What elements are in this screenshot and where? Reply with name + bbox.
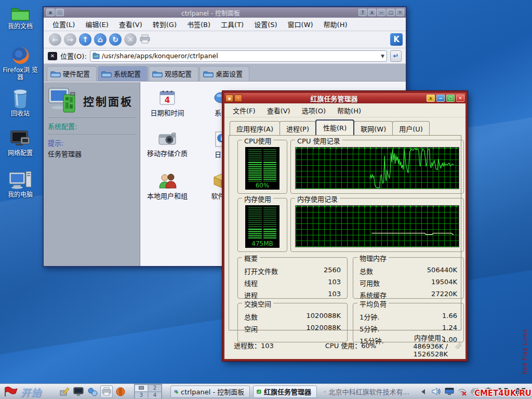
minimize-button[interactable]: − <box>436 95 445 102</box>
cpu-usage-meter: 60% <box>245 147 280 190</box>
sticky-icon[interactable]: ⁘ <box>56 9 64 16</box>
sticky-icon[interactable]: ⁘ <box>234 95 242 102</box>
stat-row: 1分钟.1.66 <box>360 311 457 323</box>
maximize-button[interactable]: ▢ <box>446 95 455 102</box>
sidebar-hint-text: 任务管理器 <box>48 149 136 158</box>
pager-desktop-4[interactable]: 4 <box>148 392 162 399</box>
browser-x-icon <box>324 388 326 395</box>
edit-tool-icon[interactable] <box>58 385 71 398</box>
display-tray-icon[interactable] <box>444 387 455 397</box>
shade-button[interactable]: ∧ <box>368 9 376 16</box>
pager-desktop-3[interactable]: 3 <box>135 392 148 399</box>
tab-processes[interactable]: 进程(P) <box>280 121 316 135</box>
task-browser[interactable]: 北京中科红旗软件技术有... <box>320 385 415 398</box>
print-icon[interactable] <box>139 34 151 45</box>
tab-desktop-settings[interactable]: 桌面设置 <box>200 66 249 81</box>
reload-icon[interactable]: ↻ <box>109 33 122 46</box>
network-places-icon[interactable] <box>86 385 99 398</box>
taskmanager-tabbar: 应用程序(A) 进程(P) 性能(R) 联网(W) 用户(U) <box>224 117 466 135</box>
close-button[interactable]: ✕ <box>396 9 404 16</box>
memory-usage-group: 内存使用 475MB <box>237 198 287 252</box>
collapse-arrow-icon[interactable] <box>418 387 429 397</box>
tab-applications[interactable]: 应用程序(A) <box>230 121 280 135</box>
desktop-icon-network-config[interactable]: 网络配置 <box>0 130 41 157</box>
watermark-text: CMET4UK.RU <box>474 389 531 398</box>
firefox-icon <box>10 46 30 65</box>
memory-usage-value: 475MB <box>245 240 280 247</box>
location-input[interactable]: /usr/share/apps/konqueror/ctrlpanel ▼ <box>90 50 387 62</box>
desktop-icon-my-documents[interactable]: 我的文档 <box>0 4 41 30</box>
menu-location[interactable]: 位置(L) <box>48 18 79 31</box>
konqueror-tabbar: 硬件配置 系统配置 观感配置 桌面设置 <box>44 64 406 82</box>
cpu-history-graph <box>295 147 459 189</box>
stat-row: 线程103 <box>244 277 341 289</box>
pager-desktop-1[interactable] <box>135 384 148 392</box>
konqueror-titlebar[interactable]: ▪ ⁘ ctrlpanel - 控制面板 ? ∧ − ▢ ✕ <box>44 7 406 18</box>
window-menu-icon[interactable]: ▪ <box>46 9 55 16</box>
taskmanager-menubar: 文件(F) 查看(V) 选项(O) 帮助(H) <box>224 103 466 117</box>
tab-performance[interactable]: 性能(R) <box>315 119 354 135</box>
go-button[interactable]: ↵ <box>390 50 402 62</box>
menu-view[interactable]: 查看(V) <box>262 104 296 117</box>
taskbar: 开始 2 3 4 <box>0 383 532 399</box>
chevron-down-icon[interactable]: ▼ <box>381 54 384 59</box>
close-button[interactable]: ✕ <box>456 95 464 102</box>
desktop-icon-my-computer[interactable]: 我的电脑 <box>0 170 41 198</box>
minimize-button[interactable]: − <box>377 9 385 16</box>
stat-row: 总数1020088K <box>244 311 341 323</box>
stop-icon[interactable]: ✕ <box>124 33 137 46</box>
folder-blue-icon <box>203 70 214 77</box>
tab-appearance-config[interactable]: 观感配置 <box>149 66 198 81</box>
stat-row: 可用数19504K <box>360 277 457 289</box>
volume-icon[interactable] <box>431 387 442 397</box>
menu-settings[interactable]: 设置(S) <box>249 18 282 31</box>
menu-options[interactable]: 选项(O) <box>297 104 331 117</box>
menu-edit[interactable]: 编辑(E) <box>81 18 113 31</box>
svg-text:4: 4 <box>165 96 170 105</box>
tab-hardware-config[interactable]: 硬件配置 <box>47 66 97 81</box>
menu-view[interactable]: 查看(V) <box>114 18 147 31</box>
menu-window[interactable]: 窗口(W) <box>283 18 318 31</box>
printer-icon[interactable] <box>100 385 113 398</box>
network-offline-icon[interactable] <box>457 387 468 397</box>
menu-help[interactable]: 帮助(H) <box>319 18 352 31</box>
menu-help[interactable]: 帮助(H) <box>332 104 366 117</box>
media-player-icon[interactable] <box>114 385 127 398</box>
item-removable-media[interactable]: 移动存储介质 <box>140 131 194 172</box>
cpu-usage-value: 60% <box>245 182 280 189</box>
home-icon[interactable]: ⌂ <box>94 33 107 46</box>
taskmanager-titlebar[interactable]: ▪ ⁘ 红旗任务管理器 ∧ − ▢ ✕ <box>224 93 466 103</box>
shade-button[interactable]: ∧ <box>427 95 435 102</box>
menu-file[interactable]: 文件(F) <box>228 104 261 117</box>
forward-icon[interactable]: → <box>64 33 76 46</box>
location-value[interactable]: /usr/share/apps/konqueror/ctrlpanel <box>102 52 379 60</box>
kde-logo-icon: K <box>390 33 403 46</box>
konqueror-menubar: 位置(L) 编辑(E) 查看(V) 转到(G) 书签(B) 工具(T) 设置(S… <box>44 18 406 31</box>
desktop-icon-firefox[interactable]: Firefox浏 览器 <box>0 46 41 81</box>
clear-location-icon[interactable]: ✕ <box>48 52 57 60</box>
up-icon[interactable]: ↑ <box>79 33 91 46</box>
item-date-time[interactable]: 4 日期和时间 <box>140 89 194 131</box>
tab-networking[interactable]: 联网(W) <box>354 121 393 135</box>
display-settings-icon[interactable] <box>72 385 85 398</box>
start-button[interactable]: 开始 <box>2 385 49 398</box>
maximize-button[interactable]: ▢ <box>387 9 395 16</box>
desktop-icon-trash[interactable]: 回收站 <box>0 88 41 117</box>
pager-desktop-2[interactable]: 2 <box>148 384 162 392</box>
task-ctrlpanel[interactable]: ctrlpanel - 控制面板 <box>170 385 250 398</box>
folder-small-icon <box>92 52 100 59</box>
taskmanager-window: ▪ ⁘ 红旗任务管理器 ∧ − ▢ ✕ 文件(F) 查看(V) 选项(O) 帮助… <box>222 91 468 361</box>
item-local-users-groups[interactable]: 本地用户和组 <box>140 172 194 214</box>
help-button[interactable]: ? <box>358 9 367 16</box>
cpu-usage-group: CPU使用 60% <box>237 140 287 194</box>
menu-tools[interactable]: 工具(T) <box>216 18 248 31</box>
window-menu-icon[interactable]: ▪ <box>225 95 233 102</box>
back-icon[interactable]: ← <box>49 33 61 46</box>
camera-icon <box>158 131 177 147</box>
task-taskmanager[interactable]: 红旗任务管理器 <box>253 385 317 398</box>
tab-users[interactable]: 用户(U) <box>392 121 430 135</box>
tab-system-config[interactable]: 系统配置 <box>98 66 148 81</box>
menu-bookmarks[interactable]: 书签(B) <box>182 18 215 31</box>
menu-go[interactable]: 转到(G) <box>148 18 181 31</box>
location-label: 位置(O): <box>60 51 87 61</box>
